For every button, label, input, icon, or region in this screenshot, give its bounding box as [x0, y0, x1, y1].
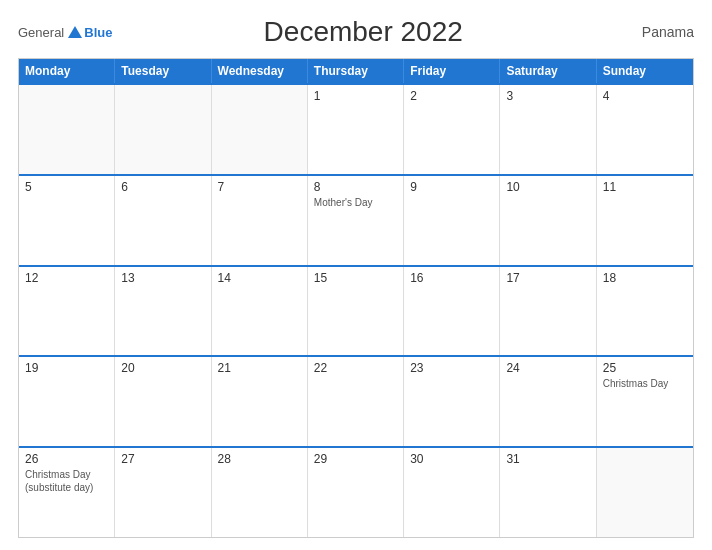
day-number: 17	[506, 271, 589, 285]
day-number: 5	[25, 180, 108, 194]
day-number: 25	[603, 361, 687, 375]
day-number: 27	[121, 452, 204, 466]
day-number: 19	[25, 361, 108, 375]
calendar-cell-w4-d4: 22	[308, 357, 404, 446]
calendar: Monday Tuesday Wednesday Thursday Friday…	[18, 58, 694, 538]
header-monday: Monday	[19, 59, 115, 83]
calendar-cell-w3-d3: 14	[212, 267, 308, 356]
calendar-cell-w3-d1: 12	[19, 267, 115, 356]
header-saturday: Saturday	[500, 59, 596, 83]
calendar-cell-w5-d7	[597, 448, 693, 537]
calendar-cell-w3-d6: 17	[500, 267, 596, 356]
day-number: 13	[121, 271, 204, 285]
event-label: Christmas Day	[603, 377, 687, 390]
calendar-cell-w4-d7: 25Christmas Day	[597, 357, 693, 446]
day-number: 30	[410, 452, 493, 466]
day-number: 21	[218, 361, 301, 375]
calendar-cell-w4-d2: 20	[115, 357, 211, 446]
calendar-cell-w3-d7: 18	[597, 267, 693, 356]
calendar-cell-w4-d5: 23	[404, 357, 500, 446]
day-number: 6	[121, 180, 204, 194]
calendar-cell-w5-d6: 31	[500, 448, 596, 537]
logo-blue-text: Blue	[84, 25, 112, 40]
day-number: 8	[314, 180, 397, 194]
calendar-cell-w3-d4: 15	[308, 267, 404, 356]
calendar-cell-w5-d4: 29	[308, 448, 404, 537]
calendar-cell-w2-d7: 11	[597, 176, 693, 265]
calendar-cell-w1-d1	[19, 85, 115, 174]
header-wednesday: Wednesday	[212, 59, 308, 83]
calendar-cell-w2-d2: 6	[115, 176, 211, 265]
day-number: 28	[218, 452, 301, 466]
month-title: December 2022	[112, 16, 614, 48]
day-number: 7	[218, 180, 301, 194]
week-row-2: 5678Mother's Day91011	[19, 174, 693, 265]
day-number: 20	[121, 361, 204, 375]
calendar-cell-w2-d5: 9	[404, 176, 500, 265]
day-number: 4	[603, 89, 687, 103]
day-number: 31	[506, 452, 589, 466]
day-number: 15	[314, 271, 397, 285]
calendar-cell-w4-d3: 21	[212, 357, 308, 446]
day-number: 22	[314, 361, 397, 375]
calendar-cell-w1-d5: 2	[404, 85, 500, 174]
week-row-3: 12131415161718	[19, 265, 693, 356]
day-number: 16	[410, 271, 493, 285]
calendar-cell-w5-d1: 26Christmas Day (substitute day)	[19, 448, 115, 537]
calendar-cell-w4-d1: 19	[19, 357, 115, 446]
header-friday: Friday	[404, 59, 500, 83]
calendar-body: 12345678Mother's Day91011121314151617181…	[19, 83, 693, 537]
day-number: 10	[506, 180, 589, 194]
day-number: 14	[218, 271, 301, 285]
page: General Blue December 2022 Panama Monday…	[0, 0, 712, 550]
calendar-cell-w3-d5: 16	[404, 267, 500, 356]
calendar-cell-w1-d2	[115, 85, 211, 174]
calendar-cell-w4-d6: 24	[500, 357, 596, 446]
header-tuesday: Tuesday	[115, 59, 211, 83]
calendar-cell-w2-d6: 10	[500, 176, 596, 265]
header-thursday: Thursday	[308, 59, 404, 83]
calendar-cell-w3-d2: 13	[115, 267, 211, 356]
day-number: 12	[25, 271, 108, 285]
day-number: 24	[506, 361, 589, 375]
logo-triangle-icon	[68, 26, 82, 38]
calendar-cell-w5-d5: 30	[404, 448, 500, 537]
day-number: 11	[603, 180, 687, 194]
day-number: 2	[410, 89, 493, 103]
header-sunday: Sunday	[597, 59, 693, 83]
country-label: Panama	[614, 24, 694, 40]
calendar-cell-w1-d4: 1	[308, 85, 404, 174]
calendar-cell-w5-d3: 28	[212, 448, 308, 537]
calendar-cell-w1-d6: 3	[500, 85, 596, 174]
day-number: 1	[314, 89, 397, 103]
event-label: Christmas Day (substitute day)	[25, 468, 108, 494]
logo: General Blue	[18, 25, 112, 40]
calendar-header: Monday Tuesday Wednesday Thursday Friday…	[19, 59, 693, 83]
day-number: 18	[603, 271, 687, 285]
calendar-cell-w1-d3	[212, 85, 308, 174]
day-number: 26	[25, 452, 108, 466]
calendar-cell-w2-d1: 5	[19, 176, 115, 265]
week-row-5: 26Christmas Day (substitute day)27282930…	[19, 446, 693, 537]
calendar-cell-w1-d7: 4	[597, 85, 693, 174]
day-number: 29	[314, 452, 397, 466]
calendar-cell-w2-d4: 8Mother's Day	[308, 176, 404, 265]
header: General Blue December 2022 Panama	[18, 16, 694, 48]
day-number: 3	[506, 89, 589, 103]
week-row-1: 1234	[19, 83, 693, 174]
calendar-cell-w2-d3: 7	[212, 176, 308, 265]
day-number: 23	[410, 361, 493, 375]
day-number: 9	[410, 180, 493, 194]
event-label: Mother's Day	[314, 196, 397, 209]
week-row-4: 19202122232425Christmas Day	[19, 355, 693, 446]
calendar-cell-w5-d2: 27	[115, 448, 211, 537]
logo-general-text: General	[18, 25, 64, 40]
